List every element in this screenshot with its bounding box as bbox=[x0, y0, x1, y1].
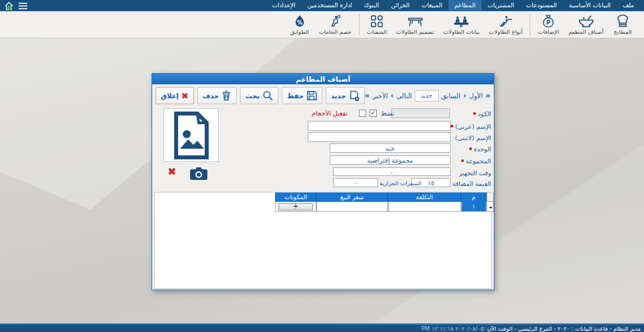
menu-warehouses[interactable]: المستودعات bbox=[520, 0, 562, 11]
table-people-icon bbox=[453, 13, 469, 28]
grid-icon bbox=[370, 13, 383, 28]
save-button[interactable]: حفظ bbox=[282, 87, 322, 104]
enable-sizes-checkbox[interactable] bbox=[359, 110, 366, 117]
ribbon-item-shifts[interactable]: خصم الخامات bbox=[314, 13, 356, 35]
table-icon bbox=[407, 13, 423, 28]
active-checkbox[interactable]: ✓ bbox=[370, 110, 377, 117]
sale-price-cell[interactable] bbox=[316, 202, 388, 212]
code-label: الكود bbox=[478, 110, 491, 118]
last-record-button[interactable]: الأخير bbox=[372, 92, 387, 100]
save-icon bbox=[306, 90, 317, 101]
column-header-sale-price[interactable]: سعر البيع bbox=[316, 193, 388, 202]
search-button-label: بحث bbox=[245, 92, 260, 100]
close-button[interactable]: إغلاق ✖ bbox=[156, 87, 194, 104]
ribbon-toolbar: المطابخ أصناف المطعم P الإضافات أنواع ال… bbox=[0, 11, 644, 39]
menu-file[interactable]: ملف bbox=[617, 0, 640, 11]
item-image-placeholder[interactable] bbox=[163, 108, 219, 162]
ribbon-item-table-data[interactable]: تصميم الطاولات bbox=[391, 13, 439, 35]
statusbar: مدير النظام - قاعدة البيانات : ٢٠٢٠ - ال… bbox=[0, 323, 644, 332]
required-dot bbox=[461, 159, 464, 162]
ribbon-item-table-types[interactable]: بيانات الطاولات bbox=[439, 13, 484, 35]
menu-settings[interactable]: الإعدادات bbox=[266, 0, 301, 11]
prep-time-label-row: وقت التجهيز bbox=[447, 168, 491, 177]
ribbon-item-kitchens[interactable]: المطابخ bbox=[608, 13, 637, 35]
unit-label-row: الوحدة bbox=[447, 144, 491, 153]
next-record-button[interactable]: التالي bbox=[397, 92, 412, 100]
action-buttons: إغلاق ✖ حذف بحث حفظ bbox=[156, 87, 365, 104]
previous-record-button[interactable]: السابق bbox=[441, 92, 461, 100]
camera-button[interactable] bbox=[190, 167, 207, 180]
ribbon-item-material-discount[interactable]: % الطوابق bbox=[285, 13, 314, 35]
ribbon-item-label: أنواع الطاولات bbox=[489, 29, 523, 35]
calories-input[interactable]: - bbox=[333, 178, 378, 187]
menu-restaurants[interactable]: المطاعم bbox=[449, 0, 482, 11]
menu-sales[interactable]: المبيعات bbox=[415, 0, 448, 11]
next-record-arrow-icon[interactable]: ‹ bbox=[391, 91, 394, 100]
ribbon-item-restaurant-items[interactable]: أصناف المطعم bbox=[564, 13, 608, 35]
menu-basic-data[interactable]: البيانات الأساسية bbox=[563, 0, 617, 11]
name-ar-label-row: الإسم (عربي) bbox=[447, 122, 491, 131]
prep-time-input[interactable]: - bbox=[333, 167, 451, 176]
group-input[interactable]: مجموعة إفتراضية bbox=[330, 155, 451, 165]
unit-label: الوحدة bbox=[474, 145, 491, 153]
new-button[interactable]: جديد bbox=[326, 87, 365, 104]
delete-button-label: حذف bbox=[203, 92, 219, 100]
save-button-label: حفظ bbox=[287, 92, 304, 100]
row-number-cell: ١ bbox=[461, 202, 486, 212]
money-bag-icon: P bbox=[542, 13, 555, 28]
last-record-arrow-icon[interactable]: « bbox=[365, 91, 370, 100]
menu-safes[interactable]: الخزائن bbox=[385, 0, 415, 11]
vat-label: القيمة المضافة bbox=[452, 180, 491, 187]
menu-purchases[interactable]: المشتريات bbox=[482, 0, 520, 11]
group-label-row: المجموعة bbox=[447, 156, 491, 165]
name-en-input[interactable] bbox=[308, 132, 451, 142]
unit-input[interactable]: حبة bbox=[330, 143, 451, 153]
svg-text:%: % bbox=[297, 19, 302, 26]
first-record-arrow-icon[interactable]: » bbox=[485, 91, 490, 100]
remove-image-button[interactable]: ✖ bbox=[167, 166, 176, 178]
components-grid: المكونات سعر البيع التكلفة م + ١ ◄ bbox=[275, 193, 494, 212]
cost-cell[interactable] bbox=[388, 202, 461, 212]
ribbon-item-floors[interactable]: أنواع الطاولات bbox=[484, 13, 528, 35]
active-label: نشط bbox=[381, 110, 394, 117]
hamburger-menu-icon[interactable] bbox=[19, 3, 27, 9]
menu-banks[interactable]: البنوك bbox=[358, 0, 385, 11]
ribbon-item-table-design[interactable]: الشفتات bbox=[362, 13, 391, 35]
previous-record-arrow-icon[interactable]: › bbox=[463, 91, 467, 100]
escalator-icon bbox=[498, 13, 513, 28]
record-navigator: « الأخير ‹ التالي جديد السابق › الأول » bbox=[365, 90, 490, 102]
components-cell: + bbox=[275, 202, 316, 212]
row-selector[interactable]: ◄ bbox=[486, 202, 494, 212]
code-input[interactable] bbox=[391, 108, 450, 118]
ribbon-item-label: المطابخ bbox=[613, 29, 631, 35]
ribbon-item-additions[interactable]: P الإضافات bbox=[533, 13, 564, 35]
add-component-button[interactable]: + bbox=[278, 203, 313, 210]
code-label-row: الكود bbox=[447, 109, 491, 118]
group-label: المجموعة bbox=[466, 157, 491, 165]
food-bowl-icon bbox=[578, 13, 594, 28]
ribbon-separator bbox=[530, 14, 530, 35]
column-header-cost[interactable]: التكلفة bbox=[388, 193, 461, 202]
application-window: ملف البيانات الأساسية المستودعات المشتري… bbox=[0, 0, 644, 332]
enable-sizes-label: تفعيل الأحجام bbox=[312, 110, 348, 117]
column-header-num[interactable]: م bbox=[461, 193, 486, 202]
menu-user-management[interactable]: ادارة المستخدمين bbox=[302, 0, 358, 11]
dialog-toolbar: إغلاق ✖ حذف بحث حفظ bbox=[152, 86, 494, 106]
pin-icon[interactable] bbox=[4, 4, 13, 13]
first-record-button[interactable]: الأول bbox=[469, 92, 483, 100]
column-header-selector bbox=[486, 193, 494, 202]
ribbon-item-label: خصم الخامات bbox=[319, 29, 352, 35]
statusbar-session-info: مدير النظام - قاعدة البيانات : ٢٠٢٠ - ال… bbox=[484, 325, 641, 332]
delete-button[interactable]: حذف bbox=[197, 87, 237, 104]
name-ar-input[interactable] bbox=[308, 121, 451, 131]
image-placeholder-icon bbox=[172, 112, 211, 159]
new-document-icon bbox=[349, 90, 360, 102]
dialog-title[interactable]: أصناف المطاعم bbox=[152, 74, 494, 84]
column-header-components[interactable]: المكونات bbox=[275, 193, 316, 202]
menubar: ملف البيانات الأساسية المستودعات المشتري… bbox=[0, 0, 644, 11]
prep-time-label: وقت التجهيز bbox=[459, 169, 492, 177]
search-button[interactable]: بحث bbox=[240, 87, 278, 104]
ribbon-item-label: الشفتات bbox=[367, 29, 387, 35]
required-dot bbox=[451, 125, 453, 127]
name-en-label-row: الإسم (لاتيني) bbox=[447, 133, 491, 142]
